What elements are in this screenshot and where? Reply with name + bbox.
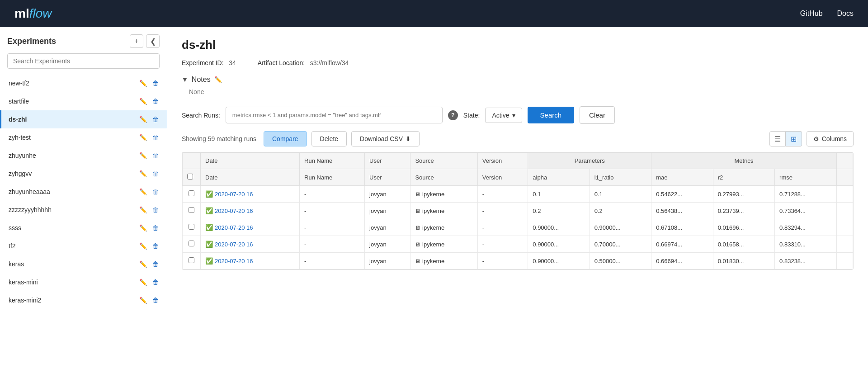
row-run-name: -	[300, 186, 365, 203]
edit-experiment-button[interactable]: ✏️	[138, 187, 148, 196]
delete-experiment-button[interactable]: 🗑	[151, 205, 160, 214]
row-version: -	[477, 236, 528, 253]
notes-toggle-icon: ▼	[182, 76, 188, 83]
list-view-button[interactable]: ☰	[769, 131, 786, 146]
notes-header[interactable]: ▼ Notes ✏️	[182, 76, 854, 84]
edit-experiment-button[interactable]: ✏️	[138, 169, 148, 178]
delete-experiment-button[interactable]: 🗑	[151, 169, 160, 178]
notes-edit-icon[interactable]: ✏️	[214, 76, 222, 83]
row-checkbox[interactable]	[189, 207, 194, 213]
edit-experiment-button[interactable]: ✏️	[138, 79, 148, 88]
row-rmse: 0.83238...	[775, 253, 836, 269]
run-date-link[interactable]: ✅ 2020-07-20 16	[205, 257, 295, 264]
search-help-icon[interactable]: ?	[448, 110, 458, 120]
run-date-link[interactable]: ✅ 2020-07-20 16	[205, 224, 295, 231]
delete-experiment-button[interactable]: 🗑	[151, 79, 160, 88]
col-select-all[interactable]	[183, 169, 201, 186]
row-l1ratio: 0.90000...	[590, 219, 651, 236]
sidebar-item-zhuyunhe[interactable]: zhuyunhe ✏️ 🗑	[0, 146, 167, 165]
sidebar-item-zyh-test[interactable]: zyh-test ✏️ 🗑	[0, 128, 167, 146]
search-experiments-input[interactable]	[7, 53, 160, 69]
edit-experiment-button[interactable]: ✏️	[138, 133, 148, 142]
github-link[interactable]: GitHub	[800, 9, 823, 18]
col-l1ratio[interactable]: l1_ratio	[590, 169, 651, 186]
col-date[interactable]: Date	[201, 169, 300, 186]
row-checkbox[interactable]	[189, 257, 194, 263]
select-all-checkbox[interactable]	[187, 174, 193, 179]
delete-experiment-button[interactable]: 🗑	[151, 296, 160, 305]
edit-experiment-button[interactable]: ✏️	[138, 241, 148, 250]
row-date: ✅ 2020-07-20 16	[201, 203, 300, 219]
add-experiment-button[interactable]: +	[130, 34, 143, 48]
row-extra	[836, 253, 853, 269]
col-user[interactable]: User	[365, 169, 410, 186]
edit-experiment-button[interactable]: ✏️	[138, 151, 148, 160]
row-checkbox-cell[interactable]	[183, 219, 201, 236]
sidebar-item-ds-zhl[interactable]: ds-zhl ✏️ 🗑	[0, 110, 167, 128]
run-date-link[interactable]: ✅ 2020-07-20 16	[205, 190, 295, 198]
edit-experiment-button[interactable]: ✏️	[138, 296, 148, 305]
sidebar-item-ssss[interactable]: ssss ✏️ 🗑	[0, 219, 167, 237]
edit-experiment-button[interactable]: ✏️	[138, 115, 148, 124]
delete-experiment-button[interactable]: 🗑	[151, 223, 160, 232]
delete-experiment-button[interactable]: 🗑	[151, 97, 160, 106]
state-dropdown[interactable]: Active ▾	[485, 108, 522, 123]
col-source[interactable]: Source	[410, 169, 477, 186]
search-runs-input[interactable]	[226, 107, 443, 123]
row-checkbox-cell[interactable]	[183, 203, 201, 219]
col-run-name[interactable]: Run Name	[300, 169, 365, 186]
row-checkbox[interactable]	[189, 224, 194, 230]
col-rmse[interactable]: rmse	[775, 169, 836, 186]
sidebar-item-keras-mini[interactable]: keras-mini ✏️ 🗑	[0, 273, 167, 291]
sidebar-item-zyhggvv[interactable]: zyhggvv ✏️ 🗑	[0, 165, 167, 183]
sidebar-item-actions: ✏️ 🗑	[138, 79, 160, 88]
delete-experiment-button[interactable]: 🗑	[151, 187, 160, 196]
edit-experiment-button[interactable]: ✏️	[138, 260, 148, 269]
edit-experiment-button[interactable]: ✏️	[138, 205, 148, 214]
columns-button[interactable]: ⚙ Columns	[807, 131, 854, 146]
sidebar-item-actions: ✏️ 🗑	[138, 260, 160, 269]
edit-experiment-button[interactable]: ✏️	[138, 278, 148, 287]
docs-link[interactable]: Docs	[837, 9, 854, 18]
grid-view-button[interactable]: ⊞	[786, 131, 802, 146]
delete-experiment-button[interactable]: 🗑	[151, 151, 160, 160]
col-version-header: Version	[477, 153, 528, 169]
row-checkbox[interactable]	[189, 241, 194, 246]
delete-experiment-button[interactable]: 🗑	[151, 278, 160, 287]
clear-button[interactable]: Clear	[580, 106, 615, 124]
row-checkbox-cell[interactable]	[183, 236, 201, 253]
row-extra	[836, 186, 853, 203]
collapse-sidebar-button[interactable]: ❮	[146, 34, 160, 48]
sidebar-item-zhuyunheaaaa[interactable]: zhuyunheaaaa ✏️ 🗑	[0, 183, 167, 201]
sidebar-item-tf2[interactable]: tf2 ✏️ 🗑	[0, 237, 167, 255]
row-checkbox-cell[interactable]	[183, 186, 201, 203]
edit-experiment-button[interactable]: ✏️	[138, 97, 148, 106]
row-l1ratio: 0.2	[590, 203, 651, 219]
delete-experiment-button[interactable]: 🗑	[151, 260, 160, 269]
delete-experiment-button[interactable]: 🗑	[151, 133, 160, 142]
row-checkbox-cell[interactable]	[183, 253, 201, 269]
sidebar-item-new-tf2[interactable]: new-tf2 ✏️ 🗑	[0, 74, 167, 92]
download-csv-button[interactable]: Download CSV ⬇	[351, 131, 420, 146]
artifact-value: s3://mlflow/34	[310, 59, 349, 66]
run-date-link[interactable]: ✅ 2020-07-20 16	[205, 241, 295, 248]
sidebar-item-zzzzzyyyhhhhh[interactable]: zzzzzyyyhhhhh ✏️ 🗑	[0, 201, 167, 219]
delete-experiment-button[interactable]: 🗑	[151, 241, 160, 250]
col-r2[interactable]: r2	[713, 169, 774, 186]
delete-experiment-button[interactable]: 🗑	[151, 115, 160, 124]
col-version[interactable]: Version	[477, 169, 528, 186]
run-date-link[interactable]: ✅ 2020-07-20 16	[205, 207, 295, 214]
delete-button[interactable]: Delete	[311, 131, 347, 146]
row-mae: 0.66694...	[651, 253, 713, 269]
col-alpha[interactable]: alpha	[528, 169, 590, 186]
row-checkbox[interactable]	[189, 190, 194, 196]
row-alpha: 0.90000...	[528, 219, 590, 236]
edit-experiment-button[interactable]: ✏️	[138, 223, 148, 232]
col-mae[interactable]: mae	[651, 169, 713, 186]
search-button[interactable]: Search	[528, 107, 575, 123]
compare-button[interactable]: Compare	[264, 131, 307, 146]
row-date: ✅ 2020-07-20 16	[201, 253, 300, 269]
sidebar-item-startfile[interactable]: startfile ✏️ 🗑	[0, 92, 167, 110]
sidebar-item-keras[interactable]: keras ✏️ 🗑	[0, 255, 167, 273]
sidebar-item-keras-mini2[interactable]: keras-mini2 ✏️ 🗑	[0, 291, 167, 309]
